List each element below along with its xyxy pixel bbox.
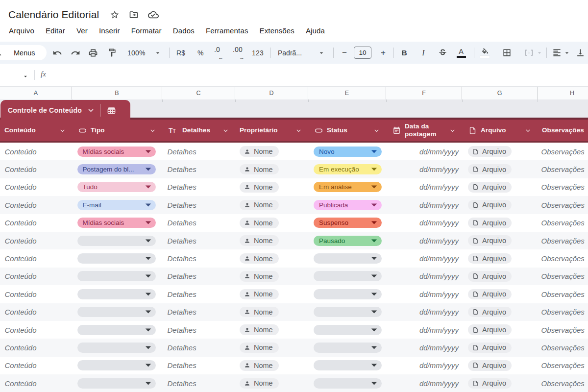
status-chip[interactable]: Publicada <box>314 200 382 210</box>
number-format-button[interactable]: 123 <box>252 42 264 64</box>
column-header-C[interactable]: C <box>162 87 235 99</box>
cell-conteudo[interactable]: Conteúdo <box>0 357 72 374</box>
status-chip[interactable] <box>314 307 382 317</box>
cell-observacoes[interactable]: Observações <box>538 303 588 321</box>
folder-move-icon[interactable] <box>129 10 139 20</box>
cell-status[interactable] <box>308 339 386 356</box>
cell-arquivo[interactable]: Arquivo <box>462 268 538 285</box>
cell-arquivo[interactable]: Arquivo <box>462 160 538 178</box>
menu-item-ver[interactable]: Ver <box>76 26 88 35</box>
cell-observacoes[interactable]: Observações <box>538 249 588 267</box>
cell-arquivo[interactable]: Arquivo <box>462 357 538 374</box>
status-chip[interactable]: Suspenso <box>314 218 382 228</box>
file-chip[interactable]: Arquivo <box>468 235 512 246</box>
cell-tipo[interactable] <box>72 321 162 339</box>
cell-conteudo[interactable]: Conteúdo <box>0 232 72 249</box>
cell-observacoes[interactable]: Observações <box>538 357 588 374</box>
cell-data[interactable]: dd/mm/yyyy <box>386 160 462 178</box>
cell-detalhes[interactable]: Detalhes <box>162 143 235 160</box>
file-chip[interactable]: Arquivo <box>468 200 512 211</box>
cell-observacoes[interactable]: Observações <box>538 268 588 285</box>
cell-proprietario[interactable]: Nome <box>235 268 308 285</box>
font-name-select[interactable]: Padrã... <box>278 42 302 64</box>
file-chip[interactable]: Arquivo <box>468 164 512 175</box>
person-chip[interactable]: Nome <box>240 146 279 157</box>
cell-observacoes[interactable]: Observações <box>538 232 588 249</box>
tipo-chip[interactable] <box>77 253 156 264</box>
cell-arquivo[interactable]: Arquivo <box>462 374 538 392</box>
undo-button[interactable] <box>52 42 62 64</box>
borders-button[interactable] <box>502 42 512 64</box>
status-chip[interactable] <box>314 343 382 353</box>
cell-detalhes[interactable]: Detalhes <box>162 232 235 249</box>
cell-data[interactable]: dd/mm/yyyy <box>386 196 462 214</box>
file-chip[interactable]: Arquivo <box>468 146 512 157</box>
cell-tipo[interactable]: Tudo <box>72 178 162 196</box>
file-chip[interactable]: Arquivo <box>468 378 512 389</box>
tipo-chip[interactable] <box>77 307 156 317</box>
increase-decimal-button[interactable]: .00→ <box>233 42 243 64</box>
tipo-chip[interactable]: Mídias sociais <box>77 147 156 157</box>
name-box-caret-icon[interactable] <box>22 73 29 80</box>
tipo-chip[interactable]: Mídias sociais <box>77 218 156 228</box>
cell-detalhes[interactable]: Detalhes <box>162 268 235 285</box>
fill-color-button[interactable] <box>480 42 490 64</box>
text-color-button[interactable]: A <box>456 42 466 64</box>
cell-proprietario[interactable]: Nome <box>235 249 308 267</box>
cell-status[interactable] <box>308 268 386 285</box>
cell-data[interactable]: dd/mm/yyyy <box>386 303 462 321</box>
cell-conteudo[interactable]: Conteúdo <box>0 374 72 392</box>
file-chip[interactable]: Arquivo <box>468 289 512 300</box>
cell-conteudo[interactable]: Conteúdo <box>0 303 72 321</box>
cell-data[interactable]: dd/mm/yyyy <box>386 178 462 196</box>
cell-status[interactable]: Em análise <box>308 178 386 196</box>
cell-data[interactable]: dd/mm/yyyy <box>386 232 462 249</box>
cell-detalhes[interactable]: Detalhes <box>162 178 235 196</box>
chevron-down-icon[interactable] <box>222 128 229 134</box>
cell-tipo[interactable]: Mídias sociais <box>72 214 162 232</box>
decrease-font-size-button[interactable]: − <box>340 42 349 64</box>
column-header-F[interactable]: F <box>386 87 462 99</box>
fx-icon[interactable]: fx <box>41 70 46 78</box>
cell-status[interactable]: Novo <box>308 143 386 160</box>
table-column-header-3[interactable]: TTDetalhes <box>162 120 235 141</box>
cell-detalhes[interactable]: Detalhes <box>162 357 235 374</box>
format-percent-button[interactable]: % <box>197 42 204 64</box>
cell-observacoes[interactable]: Observações <box>538 178 588 196</box>
chevron-down-icon[interactable] <box>59 128 66 134</box>
cell-proprietario[interactable]: Nome <box>235 285 308 303</box>
cell-arquivo[interactable]: Arquivo <box>462 232 538 249</box>
file-chip[interactable]: Arquivo <box>468 360 512 371</box>
cell-data[interactable]: dd/mm/yyyy <box>386 143 462 160</box>
star-icon[interactable] <box>110 10 120 20</box>
cell-status[interactable] <box>308 249 386 267</box>
chevron-down-icon[interactable] <box>373 128 380 134</box>
menu-item-ferramentas[interactable]: Ferramentas <box>206 26 248 35</box>
cell-conteudo[interactable]: Conteúdo <box>0 178 72 196</box>
cell-tipo[interactable]: Postagem do bl... <box>72 160 162 178</box>
font-dropdown-caret[interactable] <box>318 42 325 64</box>
cell-conteudo[interactable]: Conteúdo <box>0 160 72 178</box>
document-title[interactable]: Calendário Editorial <box>8 9 99 21</box>
column-header-D[interactable]: D <box>235 87 308 99</box>
increase-font-size-button[interactable]: + <box>379 42 388 64</box>
cell-data[interactable]: dd/mm/yyyy <box>386 249 462 267</box>
cell-arquivo[interactable]: Arquivo <box>462 249 538 267</box>
font-size-input[interactable]: 10 <box>354 47 371 59</box>
cell-proprietario[interactable]: Nome <box>235 321 308 339</box>
tipo-chip[interactable] <box>77 236 156 246</box>
cell-data[interactable]: dd/mm/yyyy <box>386 214 462 232</box>
cell-proprietario[interactable]: Nome <box>235 143 308 160</box>
status-chip[interactable] <box>314 325 382 335</box>
chevron-down-icon[interactable] <box>149 128 156 134</box>
cell-data[interactable]: dd/mm/yyyy <box>386 268 462 285</box>
cell-status[interactable]: Pausado <box>308 232 386 249</box>
cell-observacoes[interactable]: Observações <box>538 285 588 303</box>
cell-arquivo[interactable]: Arquivo <box>462 196 538 214</box>
cell-detalhes[interactable]: Detalhes <box>162 214 235 232</box>
cell-observacoes[interactable]: Observações <box>538 339 588 356</box>
cell-data[interactable]: dd/mm/yyyy <box>386 321 462 339</box>
tipo-chip[interactable] <box>77 378 156 389</box>
cell-conteudo[interactable]: Conteúdo <box>0 268 72 285</box>
cell-status[interactable] <box>308 321 386 339</box>
